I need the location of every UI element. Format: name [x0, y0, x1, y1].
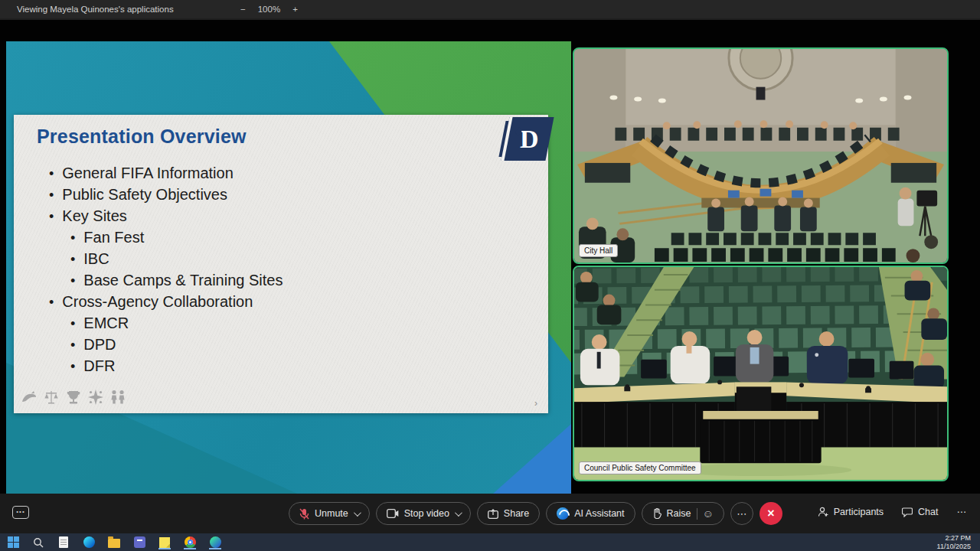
smiley-icon[interactable]: ☺ [703, 508, 714, 519]
clock-time: 2:27 PM [937, 534, 971, 543]
chrome-icon[interactable] [184, 536, 196, 549]
clock-date: 11/10/2025 [937, 543, 971, 551]
zoom-out-button[interactable]: − [240, 5, 246, 14]
mic-muted-icon [299, 508, 309, 520]
webex-icon[interactable] [209, 536, 221, 549]
stop-video-button[interactable]: Stop video [376, 502, 471, 525]
meeting-control-bar: ••• Unmute Stop video Share AI Assistant [0, 494, 980, 533]
bullet-item: Key Sites [49, 205, 283, 227]
divider [697, 508, 697, 520]
bullet-item: DFR [49, 355, 283, 377]
edge-icon[interactable] [83, 536, 95, 549]
slide-bullet-list: General FIFA Information Public Safety O… [49, 162, 283, 377]
video-label: Council Public Safety Committee [579, 461, 701, 474]
windows-start-icon[interactable] [7, 536, 19, 549]
call-controls: Unmute Stop video Share AI Assistant Rai… [289, 502, 782, 525]
unmute-button[interactable]: Unmute [289, 502, 370, 525]
sticky-notes-icon[interactable] [158, 536, 171, 549]
participants-button[interactable]: Participants [818, 507, 884, 517]
slide-footer-icons [20, 389, 127, 406]
share-button[interactable]: Share [477, 502, 540, 525]
notepad-icon[interactable] [57, 536, 70, 549]
panel-controls: Participants Chat ⋯ [818, 506, 966, 517]
video-tile-committee[interactable]: Council Public Safety Committee [573, 266, 949, 481]
participants-icon [818, 507, 828, 517]
scales-icon [42, 389, 60, 406]
taskbar-clock[interactable]: 2:27 PM 11/10/2025 [937, 534, 971, 550]
shared-content-area: Presentation Overview D General FIFA Inf… [6, 41, 571, 494]
raise-hand-icon [652, 508, 662, 519]
presentation-slide: Presentation Overview D General FIFA Inf… [14, 115, 548, 413]
ai-assistant-icon [557, 507, 569, 520]
city-of-dallas-logo: D [501, 117, 554, 161]
video-label: City Hall [579, 244, 618, 257]
share-screen-icon [488, 509, 498, 519]
bullet-item: Public Safety Objectives [49, 184, 283, 205]
zoom-level: 100% [258, 5, 280, 14]
bullet-item: DPD [49, 334, 283, 355]
bullet-item: Base Camps & Training Sites [49, 269, 283, 291]
teams-icon[interactable] [133, 536, 145, 549]
ai-assistant-button[interactable]: AI Assistant [546, 502, 635, 525]
camera-icon [387, 509, 399, 518]
bullet-item: IBC [49, 248, 283, 269]
raise-hand-button[interactable]: Raise ☺ [642, 502, 724, 525]
bullet-item: Cross-Agency Collaboration [49, 291, 283, 312]
search-icon[interactable] [32, 536, 44, 549]
webex-meeting-window: Council Public Safety Committee Webinar … [0, 0, 980, 551]
slide-next-arrow[interactable]: › [534, 398, 537, 409]
people-icon [109, 389, 127, 406]
bullet-item: General FIFA Information [49, 162, 283, 184]
city-hall-video-feed [574, 49, 947, 262]
chevron-down-icon [354, 509, 361, 517]
chat-icon [902, 507, 913, 517]
pegasus-icon [20, 389, 38, 406]
bullet-item: EMCR [49, 312, 283, 334]
viewing-bar: Viewing Mayela Quinones's applications −… [0, 0, 980, 18]
windows-taskbar: 2:27 PM 11/10/2025 [0, 533, 980, 551]
bullet-item: Fan Fest [49, 227, 283, 248]
trophy-icon [64, 389, 83, 406]
closed-caption-button[interactable]: ••• [12, 506, 29, 519]
overflow-menu-button[interactable]: ⋯ [957, 506, 967, 517]
file-explorer-icon[interactable] [108, 536, 120, 549]
chevron-down-icon [455, 509, 462, 517]
zoom-controls: − 100% + [240, 5, 298, 14]
video-tile-city-hall[interactable]: City Hall [573, 47, 949, 264]
slide-title: Presentation Overview [37, 126, 247, 148]
star-icon [87, 389, 105, 406]
leave-meeting-button[interactable]: × [760, 502, 782, 525]
committee-video-feed [574, 267, 947, 480]
taskbar-icons [7, 536, 221, 549]
zoom-in-button[interactable]: + [292, 5, 298, 14]
more-options-button[interactable]: ⋯ [730, 502, 753, 525]
viewing-status-text: Viewing Mayela Quinones's applications [17, 5, 240, 14]
chat-button[interactable]: Chat [902, 507, 938, 517]
